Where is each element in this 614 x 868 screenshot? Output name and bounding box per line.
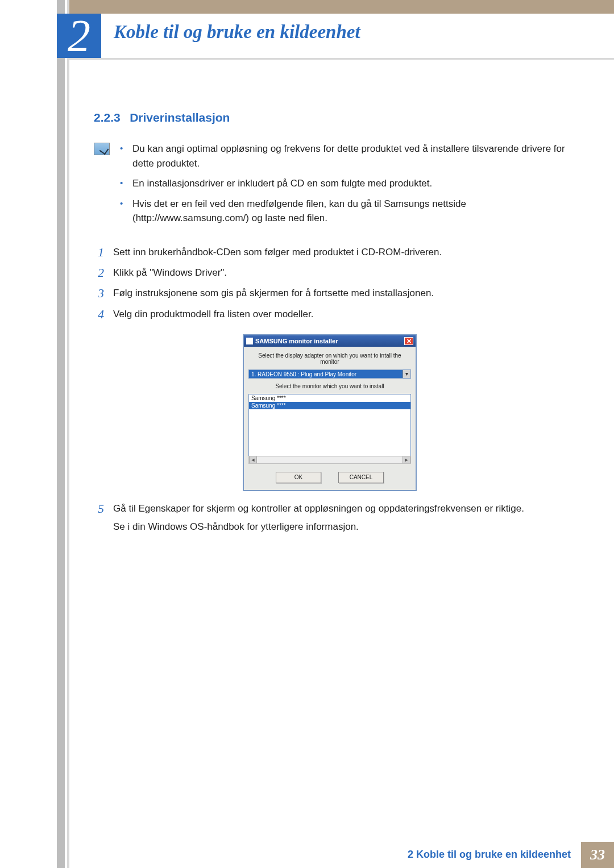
step: 1 Sett inn brukerhåndbok-CDen som følger… bbox=[94, 245, 566, 260]
list-item-selected[interactable]: Samsung **** bbox=[249, 402, 410, 409]
step-number: 2 bbox=[94, 265, 104, 280]
scroll-right-icon[interactable]: ► bbox=[403, 456, 410, 463]
ok-button[interactable]: OK bbox=[276, 472, 321, 483]
step5-line1: Gå til Egenskaper for skjerm og kontroll… bbox=[113, 501, 566, 516]
horizontal-scrollbar[interactable]: ◄ ► bbox=[248, 456, 411, 464]
note-block: Du kan angi optimal oppløsning og frekve… bbox=[94, 142, 566, 231]
header-underline bbox=[69, 58, 614, 60]
chapter-number-box: 2 bbox=[57, 14, 101, 58]
step-number: 5 bbox=[94, 501, 104, 534]
footer-chapter-label: 2 Koble til og bruke en kildeenhet bbox=[408, 842, 581, 868]
top-header-bar bbox=[69, 0, 614, 14]
page-footer: 2 Koble til og bruke en kildeenhet 33 bbox=[408, 842, 614, 868]
steps-list: 1 Sett inn brukerhåndbok-CDen som følger… bbox=[94, 245, 566, 534]
cancel-button[interactable]: CANCEL bbox=[338, 472, 384, 483]
chevron-down-icon[interactable]: ▾ bbox=[403, 370, 410, 378]
page-number: 33 bbox=[581, 842, 614, 868]
step5-line2: Se i din Windows OS-håndbok for ytterlig… bbox=[113, 520, 566, 534]
section-heading: 2.2.3 Driverinstallasjon bbox=[94, 111, 566, 124]
step-number: 1 bbox=[94, 245, 104, 260]
step-text: Sett inn brukerhåndbok-CDen som følger m… bbox=[113, 245, 566, 260]
monitor-listbox[interactable]: Samsung **** Samsung **** bbox=[248, 394, 411, 456]
step: 4 Velg din produktmodell fra listen over… bbox=[94, 307, 566, 322]
step-text: Klikk på "Windows Driver". bbox=[113, 265, 566, 280]
chapter-title: Koble til og bruke en kildeenhet bbox=[114, 22, 360, 43]
note-icon bbox=[94, 143, 110, 155]
installer-title: SAMSUNG monitor installer bbox=[255, 338, 338, 344]
step: 3 Følg instruksjonene som gis på skjerme… bbox=[94, 286, 566, 301]
monitor-label: Select the monitor which you want to ins… bbox=[248, 383, 411, 389]
installer-buttons: OK CANCEL bbox=[248, 472, 411, 483]
step-number: 4 bbox=[94, 307, 104, 322]
adapter-dropdown[interactable]: 1. RADEON 9550 : Plug and Play Monitor ▾ bbox=[248, 369, 411, 379]
step-text: Gå til Egenskaper for skjerm og kontroll… bbox=[113, 501, 566, 534]
note-list: Du kan angi optimal oppløsning og frekve… bbox=[120, 142, 566, 231]
installer-body: Select the display adapter on which you … bbox=[244, 347, 416, 490]
left-stripe-thin bbox=[67, 0, 69, 868]
section-number: 2.2.3 bbox=[94, 111, 121, 124]
section-title: Driverinstallasjon bbox=[130, 111, 230, 124]
installer-window: SAMSUNG monitor installer ✕ Select the d… bbox=[243, 334, 417, 491]
scroll-left-icon[interactable]: ◄ bbox=[249, 456, 257, 463]
adapter-selected: 1. RADEON 9550 : Plug and Play Monitor bbox=[249, 370, 403, 378]
note-item: En installasjonsdriver er inkludert på C… bbox=[120, 176, 566, 191]
list-item[interactable]: Samsung **** bbox=[249, 394, 410, 402]
installer-titlebar: SAMSUNG monitor installer ✕ bbox=[244, 335, 416, 347]
note-item: Du kan angi optimal oppløsning og frekve… bbox=[120, 142, 566, 171]
adapter-label: Select the display adapter on which you … bbox=[248, 352, 411, 365]
window-icon bbox=[246, 338, 253, 344]
step-text: Velg din produktmodell fra listen over m… bbox=[113, 307, 566, 322]
close-button[interactable]: ✕ bbox=[404, 337, 413, 345]
step-number: 3 bbox=[94, 286, 104, 301]
step: 2 Klikk på "Windows Driver". bbox=[94, 265, 566, 280]
note-item: Hvis det er en feil ved den medfølgende … bbox=[120, 197, 566, 226]
page-content: 2.2.3 Driverinstallasjon Du kan angi opt… bbox=[94, 111, 566, 539]
left-stripe bbox=[57, 0, 65, 868]
step-text: Følg instruksjonene som gis på skjermen … bbox=[113, 286, 566, 301]
step: 5 Gå til Egenskaper for skjerm og kontro… bbox=[94, 501, 566, 534]
